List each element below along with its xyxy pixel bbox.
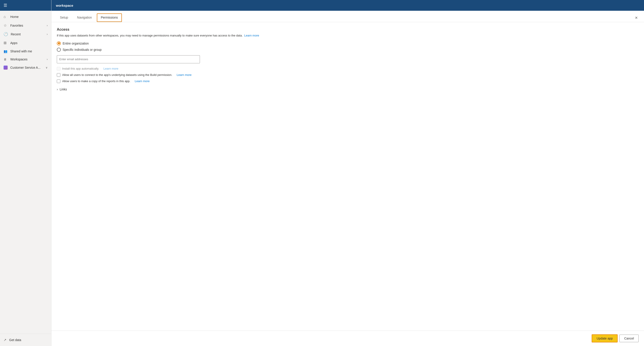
sidebar-item-home[interactable]: ⌂ Home: [0, 13, 51, 21]
update-app-button[interactable]: Update app: [592, 334, 618, 342]
app-title: workspace: [56, 4, 73, 8]
get-data-icon: ↗: [4, 338, 6, 342]
radio-selected-indicator: [58, 42, 60, 44]
radio-specific-text: Specific individuals or group: [62, 48, 102, 52]
email-input[interactable]: [57, 55, 200, 63]
share-icon: 👥: [4, 50, 8, 53]
radio-entire-org-label[interactable]: Entire organization: [57, 41, 639, 46]
workspaces-icon: 🖥: [4, 58, 8, 61]
radio-specific-label[interactable]: Specific individuals or group: [57, 48, 639, 52]
radio-entire-org-text: Entire organization: [62, 42, 89, 45]
clock-icon: 🕐: [4, 32, 8, 36]
checkbox-group: Install this app automatically. Learn mo…: [57, 67, 639, 83]
sidebar-label-apps: Apps: [10, 41, 18, 45]
sidebar-label-favorites: Favorites: [10, 24, 23, 27]
tab-navigation[interactable]: Navigation: [73, 14, 96, 22]
chevron-down-icon: ∨: [46, 66, 48, 69]
learn-more-link-connect[interactable]: Learn more: [177, 73, 192, 77]
main-area: workspace Setup Navigation Permissions ✕…: [52, 0, 644, 346]
radio-specific-input[interactable]: [57, 48, 61, 52]
sidebar-label-home: Home: [10, 15, 18, 19]
radio-entire-org-input[interactable]: [57, 41, 61, 46]
chevron-right-icon: ›: [47, 58, 48, 61]
sidebar-item-customer-service[interactable]: Customer Service A... ∨: [0, 63, 51, 72]
sidebar-nav: ⌂ Home ☆ Favorites › 🕐 Recent › ⊞ Apps 👥…: [0, 11, 51, 334]
checkbox-allow-connect-label[interactable]: Allow all users to connect to the app's …: [57, 73, 639, 77]
links-section[interactable]: › Links: [57, 88, 639, 91]
checkbox-allow-copy-text: Allow users to make a copy of the report…: [62, 80, 130, 83]
topbar: workspace: [52, 0, 644, 11]
sidebar: ☰ ⌂ Home ☆ Favorites › 🕐 Recent › ⊞ Apps…: [0, 0, 52, 346]
sidebar-item-workspaces[interactable]: 🖥 Workspaces ›: [0, 55, 51, 63]
apps-icon: ⊞: [4, 41, 8, 45]
tab-permissions[interactable]: Permissions: [97, 14, 122, 22]
sidebar-item-get-data[interactable]: ↗ Get data: [0, 336, 51, 344]
learn-more-link-install[interactable]: Learn more: [104, 67, 118, 70]
checkbox-install-text: Install this app automatically.: [62, 67, 99, 70]
footer-buttons: Update app Cancel: [52, 330, 644, 346]
chevron-right-icon: ›: [57, 88, 58, 91]
close-button[interactable]: ✕: [633, 15, 640, 21]
access-description: If this app uses datasets from other wor…: [57, 33, 639, 38]
content-area: Setup Navigation Permissions ✕ Access If…: [52, 11, 644, 346]
checkbox-allow-copy-label[interactable]: Allow users to make a copy of the report…: [57, 80, 639, 83]
checkbox-allow-connect-text: Allow all users to connect to the app's …: [62, 73, 172, 77]
links-label: Links: [60, 88, 67, 91]
checkbox-allow-copy-input[interactable]: [57, 80, 60, 83]
access-title: Access: [57, 28, 639, 32]
checkbox-allow-connect-input[interactable]: [57, 73, 60, 77]
sidebar-item-apps[interactable]: ⊞ Apps: [0, 39, 51, 47]
chevron-right-icon: ›: [47, 24, 48, 27]
sidebar-header[interactable]: ☰: [0, 0, 51, 11]
sidebar-label-get-data: Get data: [9, 338, 21, 342]
menu-icon: ☰: [4, 3, 7, 8]
sidebar-label-customer-service: Customer Service A...: [10, 66, 40, 69]
sidebar-item-favorites[interactable]: ☆ Favorites ›: [0, 21, 51, 30]
sidebar-footer: ↗ Get data: [0, 334, 51, 346]
body-content: Access If this app uses datasets from ot…: [52, 22, 644, 330]
access-radio-group: Entire organization Specific individuals…: [57, 41, 639, 52]
cancel-button[interactable]: Cancel: [620, 334, 639, 342]
tab-setup[interactable]: Setup: [56, 14, 72, 22]
sidebar-label-recent: Recent: [11, 33, 20, 36]
sidebar-label-workspaces: Workspaces: [10, 58, 28, 61]
star-icon: ☆: [4, 23, 8, 28]
sidebar-label-shared: Shared with me: [10, 50, 32, 53]
chevron-right-icon: ›: [47, 33, 48, 36]
checkbox-install-label[interactable]: Install this app automatically. Learn mo…: [57, 67, 639, 71]
learn-more-link-copy[interactable]: Learn more: [135, 80, 150, 83]
tabs-bar: Setup Navigation Permissions ✕: [52, 11, 644, 22]
checkbox-install-input[interactable]: [57, 67, 60, 71]
workspace-color-icon: [4, 66, 8, 70]
learn-more-link-1[interactable]: Learn more: [244, 34, 259, 37]
home-icon: ⌂: [4, 15, 8, 19]
sidebar-item-recent[interactable]: 🕐 Recent ›: [0, 30, 51, 39]
sidebar-item-shared[interactable]: 👥 Shared with me: [0, 47, 51, 55]
